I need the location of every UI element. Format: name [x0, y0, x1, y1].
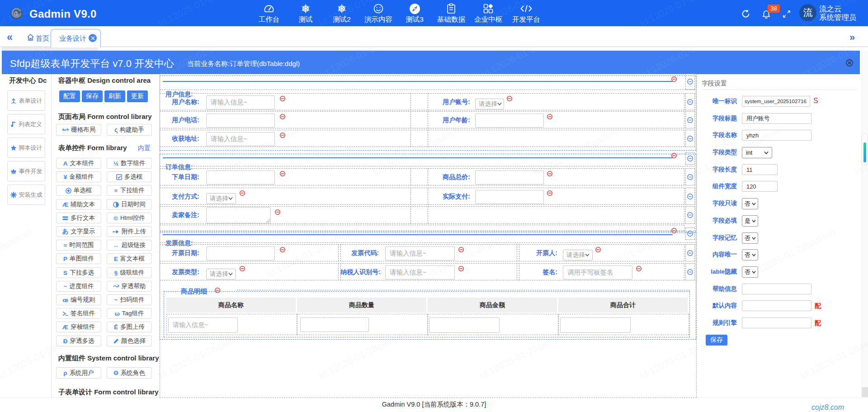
svg-text:Id:12026-01-28gadmin: Id:12026-01-28gadmin	[479, 51, 569, 74]
svg-text:Id:12026-01-28gadmin: Id:12026-01-28gadmin	[638, 0, 728, 26]
svg-text:Id:12026-01-28gadmin: Id:12026-01-28gadmin	[640, 51, 730, 74]
svg-text:Id:12026-01-28gadmin: Id:12026-01-28gadmin	[319, 51, 409, 74]
svg-text:Id:12026-01-28gadmin: Id:12026-01-28gadmin	[156, 0, 246, 26]
